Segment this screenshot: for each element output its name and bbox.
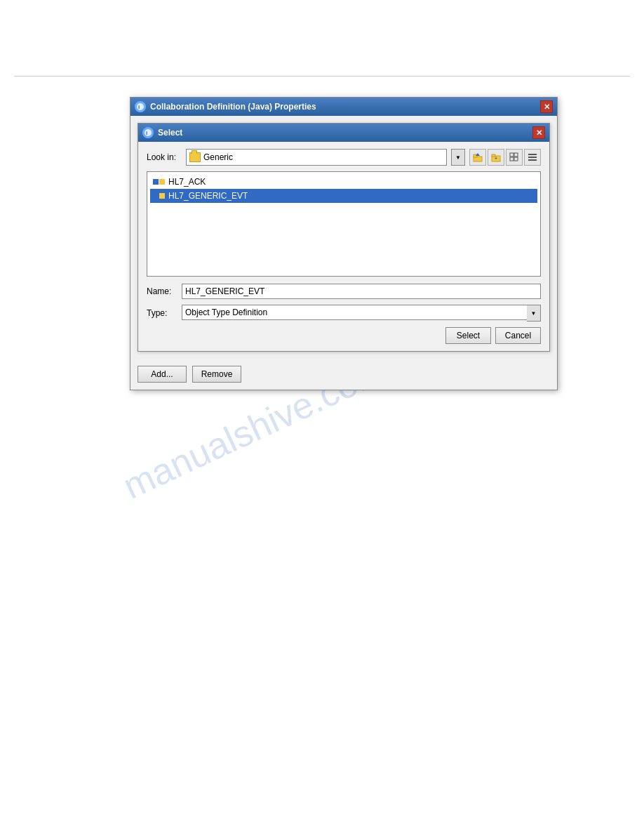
look-in-dropdown-arrow[interactable]: ▼ xyxy=(451,149,465,166)
page-background: manualshive.com i Collaboration Definiti… xyxy=(0,0,644,834)
type-dropdown-arrow[interactable]: ▼ xyxy=(527,305,541,322)
toolbar-buttons: + xyxy=(469,149,541,166)
inner-dialog-body: Look in: Generic ▼ xyxy=(138,142,549,351)
select-button[interactable]: Select xyxy=(445,327,491,344)
svg-rect-10 xyxy=(510,153,514,157)
svg-text:i: i xyxy=(146,130,147,136)
look-in-folder-icon xyxy=(189,152,201,162)
look-in-row: Look in: Generic ▼ xyxy=(147,149,541,166)
inner-dialog: i Select ✕ Look in: Generic ▼ xyxy=(137,123,550,352)
file-icon-hl7-ack xyxy=(153,176,166,187)
type-value: Object Type Definition xyxy=(185,307,267,317)
remove-button[interactable]: Remove xyxy=(192,366,241,383)
look-in-dropdown[interactable]: Generic xyxy=(186,149,447,166)
outer-dialog-title: Collaboration Definition (Java) Properti… xyxy=(150,102,540,112)
svg-rect-16 xyxy=(528,159,537,161)
svg-rect-11 xyxy=(514,153,518,157)
look-in-label: Look in: xyxy=(147,152,182,162)
svg-rect-13 xyxy=(514,157,518,161)
add-button[interactable]: Add... xyxy=(137,366,187,383)
look-in-value: Generic xyxy=(203,152,443,162)
outer-dialog-close-button[interactable]: ✕ xyxy=(540,100,553,113)
type-row: Type: Object Type Definition ▼ xyxy=(147,305,541,322)
top-rule xyxy=(14,76,630,77)
view-list-button[interactable] xyxy=(524,149,541,166)
file-name-hl7-ack: HL7_ACK xyxy=(168,177,206,187)
cancel-button[interactable]: Cancel xyxy=(495,327,541,344)
svg-rect-12 xyxy=(510,157,514,161)
svg-text:+: + xyxy=(495,156,497,161)
inner-dialog-close-button[interactable]: ✕ xyxy=(532,126,545,139)
svg-rect-14 xyxy=(528,154,537,155)
outer-dialog-footer: Add... Remove xyxy=(130,366,557,390)
outer-dialog-titlebar: i Collaboration Definition (Java) Proper… xyxy=(130,98,557,116)
outer-dialog: i Collaboration Definition (Java) Proper… xyxy=(130,97,558,390)
file-name-hl7-generic-evt: HL7_GENERIC_EVT xyxy=(168,191,248,201)
new-folder-button[interactable]: + xyxy=(488,149,504,166)
file-item-hl7-ack[interactable]: HL7_ACK xyxy=(150,175,537,189)
file-item-hl7-generic-evt[interactable]: HL7_GENERIC_EVT xyxy=(150,189,537,203)
file-icon-hl7-generic-evt xyxy=(153,190,166,201)
view-details-button[interactable] xyxy=(506,149,523,166)
name-input[interactable] xyxy=(182,284,541,299)
file-browser[interactable]: HL7_ACK HL7_GENERIC_EVT xyxy=(147,171,541,277)
inner-dialog-title: Select xyxy=(158,128,532,138)
svg-rect-15 xyxy=(528,157,537,158)
up-level-button[interactable] xyxy=(469,149,486,166)
type-select[interactable]: Object Type Definition xyxy=(182,305,527,320)
name-row: Name: xyxy=(147,284,541,299)
svg-text:i: i xyxy=(138,104,140,110)
inner-dialog-titlebar: i Select ✕ xyxy=(138,124,549,142)
name-label: Name: xyxy=(147,286,177,296)
outer-dialog-icon: i xyxy=(135,101,146,112)
action-buttons-row: Select Cancel xyxy=(147,327,541,344)
type-select-wrapper: Object Type Definition ▼ xyxy=(182,305,541,322)
inner-dialog-icon: i xyxy=(142,127,154,138)
type-label: Type: xyxy=(147,308,177,318)
outer-dialog-body: i Select ✕ Look in: Generic ▼ xyxy=(130,116,557,366)
